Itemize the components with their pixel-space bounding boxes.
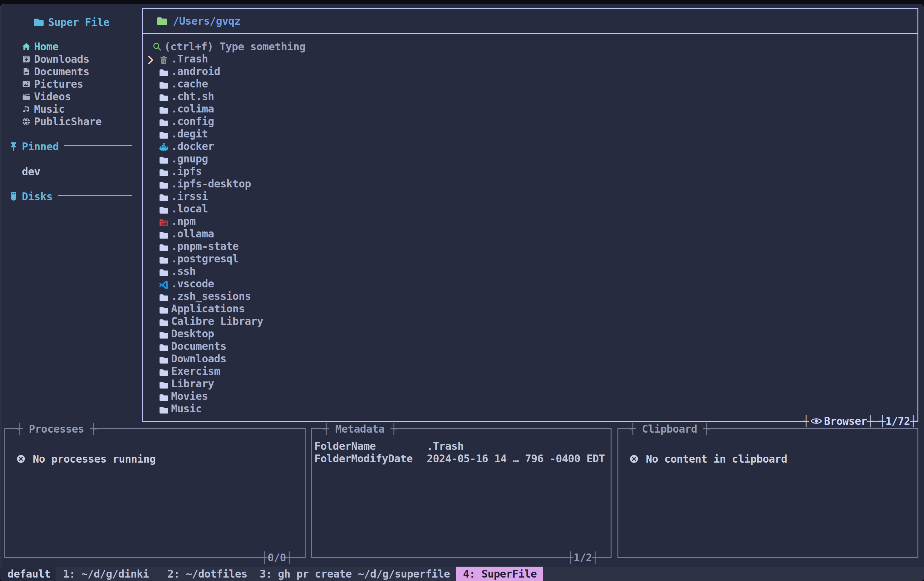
file-name: .gnupg [171,153,208,165]
file-name: .config [171,115,214,128]
tmux-window-list: 1: ~/d/g/dinki 2: ~/dotfiles 3: gh pr cr… [56,567,450,581]
file-row[interactable]: Calibre Library [143,314,917,327]
sidebar-item-documents[interactable]: Documents [22,65,89,77]
file-row[interactable]: npm.npm [143,214,917,227]
file-row[interactable]: .ssh [143,264,917,277]
file-name: Documents [171,340,226,353]
file-name: .Trash [171,53,208,65]
folder-icon [158,78,169,90]
sidebar-section-disks[interactable]: Disks [9,189,53,202]
file-row[interactable]: .ipfs-desktop [143,177,917,189]
processes-panel: ┤ Processes ├No processes running┤0/0├ [4,428,305,558]
file-row[interactable]: .local [143,202,917,214]
tmux-active-window[interactable]: 4: SuperFile [456,567,543,581]
file-name: Exercism [171,365,220,377]
tmux-window[interactable]: 1: ~/d/g/dinki [63,568,149,580]
sidebar-pinned-item[interactable]: dev [22,164,40,177]
file-row[interactable]: Library [143,377,917,389]
folder-icon [158,403,169,415]
trash-icon [158,53,169,65]
file-row[interactable]: Documents [143,339,917,352]
folder-icon [158,365,169,377]
folder-icon [158,340,169,353]
cursor-icon [147,53,155,65]
file-row[interactable]: .ollama [143,227,917,239]
file-name: .local [171,203,208,215]
folder-icon [158,315,169,328]
file-row[interactable]: .pnpm-state [143,239,917,252]
file-row[interactable]: Exercism [143,364,917,377]
file-name: .ollama [171,228,214,240]
file-row[interactable]: .colima [143,102,917,114]
folder-icon [158,65,169,78]
metadata-value: .Trash [427,440,464,453]
picture-icon [22,79,31,88]
eye-icon [810,415,822,427]
path-bar[interactable]: /Users/gvqz [143,9,917,33]
sidebar-item-label: Home [34,41,59,53]
folder-open-icon [156,15,168,27]
file-row[interactable]: .postgresql [143,252,917,264]
sidebar-item-downloads[interactable]: Downloads [22,52,89,65]
border-tick: ├ [703,423,710,435]
message-text: No content in clipboard [646,453,787,465]
file-row[interactable]: Downloads [143,352,917,364]
file-row[interactable]: .ipfs [143,164,917,177]
file-row[interactable]: .cht.sh [143,89,917,102]
sidebar-item-label: Videos [34,91,71,103]
circle-x-icon [629,454,639,463]
file-row[interactable]: Movies [143,389,917,402]
tmux-window[interactable]: 2: ~/dotfiles [149,568,247,580]
mode-label-text: Browser [824,415,867,427]
folder-icon [158,353,169,365]
border-tick: ┤ [16,423,23,435]
folder-icon [158,203,169,215]
file-panel: /Users/gvqz (ctrl+f) Type something .Tra… [142,8,918,422]
file-name: .cht.sh [171,90,214,103]
sidebar-item-music[interactable]: Music [22,102,64,114]
sidebar-item-home[interactable]: Home [22,39,59,52]
file-row[interactable]: .zsh_sessions [143,289,917,302]
file-row[interactable]: .config [143,114,917,127]
search-input[interactable]: (ctrl+f) Type something [152,39,305,52]
sidebar-section-label: Pinned [22,141,59,153]
folder-icon [158,165,169,178]
panel-title-text: Clipboard [636,423,703,435]
file-row[interactable]: .cache [143,77,917,89]
tmux-window[interactable]: 3: gh pr create ~/d/g/superfile [247,568,450,580]
file-row[interactable]: .degit [143,127,917,139]
clipboard-empty-message: No content in clipboard [629,452,787,464]
file-name: Applications [171,303,245,315]
folder-icon [158,377,169,390]
folder-icon [158,103,169,115]
file-row[interactable]: .docker [143,139,917,152]
file-row[interactable]: .Trash [143,52,917,65]
file-name: .pnpm-state [171,240,239,253]
disk-icon [9,192,18,202]
sidebar-item-pictures[interactable]: Pictures [22,77,83,89]
file-row[interactable]: .gnupg [143,152,917,164]
sidebar-item-publicshare[interactable]: PublicShare [22,114,101,127]
search-icon [152,42,162,51]
file-name: .colima [171,103,214,115]
border-tick: ┤ [323,423,329,435]
folder-icon [158,390,169,403]
folder-icon [158,328,169,340]
sidebar-section-pinned[interactable]: Pinned [9,139,59,152]
npm-icon: npm [158,215,169,228]
sidebar-item-videos[interactable]: Videos [22,89,71,102]
file-row[interactable]: Desktop [143,327,917,339]
file-row[interactable]: .irssi [143,189,917,202]
sidebar-pinned-label: dev [22,166,40,178]
vscode-icon [158,278,169,290]
metadata-counter: ┤1/2├ [568,551,598,564]
file-row[interactable]: Applications [143,302,917,314]
file-row[interactable]: .android [143,65,917,77]
counter-text: 1/2 [573,551,592,564]
file-name: .irssi [171,190,208,203]
file-row[interactable]: Music [143,402,917,414]
tmux-session-name[interactable]: default [0,567,56,581]
app-title-text: Super File [48,16,110,28]
file-row[interactable]: .vscode [143,277,917,289]
path-separator [143,33,917,34]
